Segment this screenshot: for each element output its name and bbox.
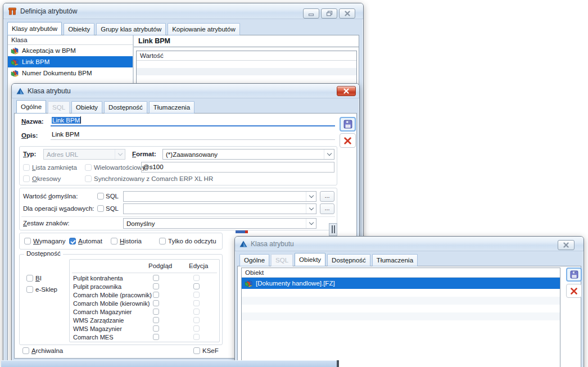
mask-input[interactable]: @s100 (141, 162, 334, 173)
opis-input[interactable]: Link BPM (51, 130, 335, 140)
operacje-wsadowe-select[interactable] (123, 203, 316, 214)
tylko-odczyt-label[interactable]: Tylko do odczytu (168, 238, 216, 244)
tab-obiekty[interactable]: Obiekty (295, 253, 325, 266)
minimize-button[interactable] (303, 8, 319, 19)
sql-checkbox[interactable] (97, 193, 104, 200)
chevron-down-icon (306, 219, 316, 228)
tab-obiekty[interactable]: Obiekty (71, 101, 102, 114)
attribute-class-icon (11, 58, 19, 66)
archiwalna-checkbox[interactable] (22, 347, 29, 354)
edycja-checkbox[interactable] (193, 275, 200, 281)
synchronizowany-checkbox[interactable] (85, 175, 92, 182)
podglad-checkbox[interactable] (153, 334, 159, 340)
podglad-checkbox[interactable] (153, 309, 159, 315)
wymagany-checkbox[interactable] (24, 238, 31, 244)
tab-ogolne[interactable]: Ogólne (239, 254, 269, 266)
esklep-label[interactable]: e-Sklep (35, 286, 57, 293)
object-list-item-selected[interactable]: [Dokumenty handlowe].[FZ] (242, 278, 560, 289)
class-list-item[interactable]: Akceptacja w BPM (8, 45, 133, 56)
edycja-checkbox[interactable] (193, 300, 200, 306)
class-item-label: Link BPM (22, 58, 49, 65)
save-button[interactable] (566, 268, 582, 282)
close-icon (343, 88, 350, 94)
edycja-checkbox[interactable] (193, 292, 200, 298)
archiwalna-label[interactable]: Archiwalna (31, 347, 63, 354)
tab-tlumaczenia[interactable]: Tłumaczenia (149, 101, 195, 114)
nazwa-value: Link BPM (52, 117, 80, 124)
close-button[interactable] (337, 86, 356, 96)
tab-ogolne[interactable]: Ogólne (16, 100, 46, 114)
titlebar-klasa-atrybutu[interactable]: Klasa atrybutu (12, 84, 359, 98)
save-button[interactable] (340, 117, 356, 132)
automat-label[interactable]: Automat (78, 238, 102, 244)
restore-button[interactable] (321, 8, 337, 19)
podglad-checkbox[interactable] (153, 292, 159, 298)
dialog-title: Klasa atrybutu (251, 240, 294, 248)
splitter-handle[interactable] (329, 223, 337, 236)
grid-row (137, 68, 356, 75)
delete-button[interactable] (566, 284, 582, 298)
titlebar-klasa-atrybutu-obiekty[interactable]: Klasa atrybutu (235, 237, 584, 251)
bi-label[interactable]: BI (35, 275, 42, 282)
podglad-checkbox[interactable] (153, 283, 159, 289)
edycja-checkbox[interactable] (193, 325, 200, 332)
zestaw-znakow-select[interactable]: Domyślny (123, 218, 316, 229)
tylko-odczyt-checkbox[interactable] (159, 238, 166, 244)
edycja-checkbox[interactable] (193, 309, 200, 315)
class-list-item[interactable]: Numer Dokumentu BPM (8, 67, 133, 79)
podglad-checkbox[interactable] (153, 275, 159, 281)
sql-label[interactable]: SQL (106, 193, 119, 200)
podglad-checkbox[interactable] (153, 317, 159, 323)
lista-zamknieta-label[interactable]: Lista zamknięta (32, 164, 77, 171)
format-select[interactable]: (*)Zaawansowany (162, 149, 334, 160)
list-row (242, 305, 560, 312)
tab-kopiowanie[interactable]: Kopiowanie atrybutów (168, 23, 240, 35)
edycja-checkbox[interactable] (193, 283, 200, 289)
okresowy-label[interactable]: Okresowy (32, 175, 61, 182)
objects-column-header[interactable]: Obiekt (242, 268, 560, 278)
okresowy-checkbox[interactable] (23, 175, 30, 182)
nazwa-input[interactable]: Link BPM (51, 115, 335, 126)
tab-grupy-klas[interactable]: Grupy klas atrybutów (96, 23, 166, 35)
availability-table: Podgląd Edycja Pulpit kontrahenta Pulpit… (69, 259, 220, 342)
edycja-checkbox[interactable] (193, 317, 200, 323)
delete-button[interactable] (340, 133, 356, 148)
divider (21, 216, 335, 217)
tab-sql: SQL (48, 101, 70, 114)
automat-checkbox[interactable] (69, 238, 76, 244)
sql-label[interactable]: SQL (106, 205, 119, 212)
historia-label[interactable]: Historia (120, 238, 142, 244)
typ-select[interactable]: Adres URL (43, 149, 125, 160)
tab-dostepnosc[interactable]: Dostępność (327, 254, 370, 266)
historia-checkbox[interactable] (111, 238, 117, 244)
sql-checkbox[interactable] (97, 205, 104, 212)
tab-dostepnosc[interactable]: Dostępność (104, 101, 147, 114)
wymagany-label[interactable]: Wymagany (33, 238, 65, 244)
browse-button[interactable]: ... (320, 203, 334, 214)
ksef-label[interactable]: KSeF (202, 347, 219, 354)
podglad-checkbox[interactable] (153, 300, 159, 306)
class-list-item-selected[interactable]: Link BPM (8, 56, 133, 67)
window-frame-edge (337, 360, 339, 367)
wielowartosciowy-checkbox[interactable] (85, 164, 92, 171)
ksef-checkbox[interactable] (193, 347, 200, 354)
close-button[interactable] (558, 240, 575, 250)
podglad-checkbox[interactable] (153, 325, 159, 332)
tab-tlumaczenia[interactable]: Tłumaczenia (372, 254, 418, 266)
bi-checkbox[interactable] (26, 275, 33, 282)
availability-row: Comarch Mobile (pracownik) (70, 291, 219, 300)
synchronizowany-label[interactable]: Synchronizowany z Comarch ERP XL HR (94, 175, 213, 182)
browse-button[interactable]: ... (320, 191, 334, 202)
wielowartosciowy-label[interactable]: Wielowartościowy (94, 164, 145, 171)
esklep-checkbox[interactable] (26, 286, 33, 293)
values-column-header[interactable]: Wartość (137, 51, 356, 61)
close-button[interactable] (339, 8, 355, 19)
lista-zamknieta-checkbox[interactable] (23, 164, 30, 171)
tab-obiekty[interactable]: Obiekty (64, 23, 94, 35)
typ-value: Adres URL (47, 151, 78, 158)
tab-klasy-atrybutow[interactable]: Klasy atrybutów (7, 22, 62, 35)
wartosc-domyslna-select[interactable] (123, 191, 316, 202)
attribute-class-icon (11, 70, 19, 77)
edycja-checkbox[interactable] (193, 334, 200, 340)
screen: Definicja atrybutów Klasy atrybutów Obie… (0, 0, 588, 367)
